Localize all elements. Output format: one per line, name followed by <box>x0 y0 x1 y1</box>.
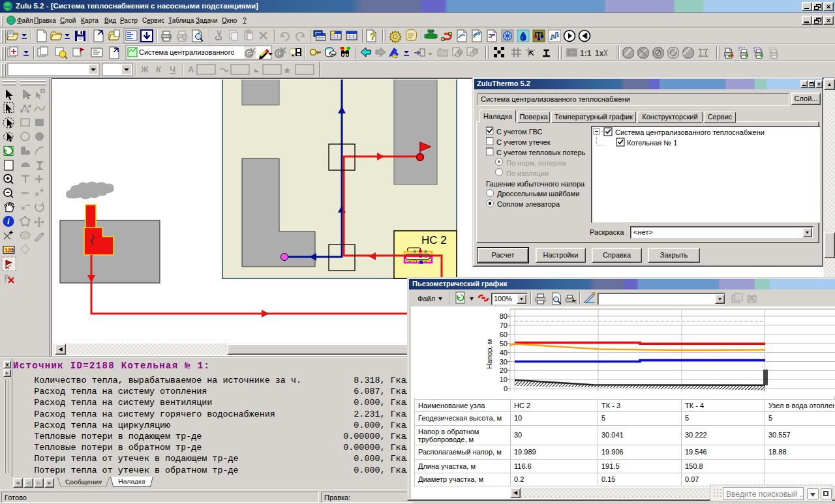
svg-text:?: ? <box>370 31 376 42</box>
svg-text:40: 40 <box>500 349 508 357</box>
svg-text:К: К <box>156 65 162 74</box>
svg-text:20: 20 <box>500 366 508 374</box>
svg-text:1:1: 1:1 <box>580 49 592 58</box>
svg-text:50: 50 <box>500 340 508 348</box>
svg-text:60: 60 <box>500 331 508 338</box>
svg-text:30: 30 <box>500 358 508 366</box>
svg-text:Ч: Ч <box>170 65 175 74</box>
svg-text:70: 70 <box>500 321 508 329</box>
svg-text:Напор, м: Напор, м <box>485 339 493 369</box>
svg-text:80: 80 <box>500 312 508 320</box>
svg-text:3: 3 <box>10 247 14 254</box>
svg-text:i: i <box>7 216 10 226</box>
svg-text:0: 0 <box>504 385 508 393</box>
svg-text:Ж: Ж <box>140 65 149 74</box>
svg-text:1x: 1x <box>595 49 604 58</box>
svg-text:НС 2: НС 2 <box>421 234 447 246</box>
svg-text:А: А <box>188 65 194 74</box>
svg-text:10: 10 <box>500 376 508 383</box>
